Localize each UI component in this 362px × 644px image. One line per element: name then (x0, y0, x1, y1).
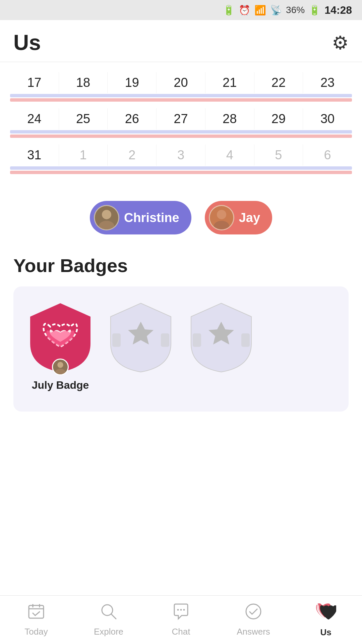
answers-label: Answers (237, 627, 270, 637)
christine-bar (10, 94, 352, 97)
calendar-day[interactable]: 31 (10, 145, 59, 166)
day-number: 5 (275, 148, 282, 162)
nav-today[interactable]: Today (0, 603, 72, 637)
calendar-week-3: 31 1 2 3 4 5 6 (10, 145, 352, 174)
badge-item-locked-2[interactable] (188, 300, 255, 374)
nav-chat[interactable]: Chat (145, 603, 217, 637)
calendar-day[interactable]: 20 (157, 72, 205, 93)
calendar-day[interactable]: 28 (205, 108, 254, 129)
today-icon (27, 603, 45, 624)
day-number: 25 (76, 112, 90, 126)
header: Us ⚙ (0, 20, 362, 62)
svg-rect-12 (29, 605, 44, 618)
badges-title: Your Badges (13, 255, 349, 276)
jay-bar (10, 171, 352, 174)
svg-point-21 (246, 604, 261, 619)
calendar-day[interactable]: 30 (303, 108, 352, 129)
status-bar: 🔋 ⏰ 📶 📡 36% 🔋 14:28 (0, 0, 362, 20)
main-content: Us ⚙ 17 18 19 20 21 (0, 20, 362, 644)
status-icons: 🔋 ⏰ 📶 📡 36% 🔋 14:28 (223, 4, 352, 16)
calendar-day[interactable]: 26 (108, 108, 157, 129)
header-divider (0, 62, 362, 62)
chat-label: Chat (172, 627, 190, 637)
badge-item-locked-1[interactable] (107, 300, 174, 374)
svg-point-18 (177, 609, 179, 611)
day-number: 22 (272, 75, 286, 90)
day-number: 20 (174, 75, 188, 90)
calendar-day[interactable]: 6 (303, 145, 352, 166)
calendar-day[interactable]: 17 (10, 72, 59, 93)
day-number: 30 (320, 112, 335, 126)
day-number: 29 (272, 112, 286, 126)
svg-point-0 (102, 210, 111, 219)
calendar-day[interactable]: 23 (303, 72, 352, 93)
calendar-day[interactable]: 25 (59, 108, 108, 129)
svg-point-3 (214, 221, 229, 230)
badge-item-july[interactable]: July Badge (27, 300, 94, 391)
page-title: Us (13, 30, 41, 55)
svg-point-20 (183, 609, 185, 611)
wifi-icon: 📶 (254, 5, 266, 16)
svg-rect-11 (241, 333, 250, 347)
calendar-day-numbers-row: 17 18 19 20 21 22 23 (10, 72, 352, 93)
day-number: 6 (324, 148, 331, 162)
calendar-day-numbers-row: 31 1 2 3 4 5 6 (10, 145, 352, 166)
christine-pill[interactable]: Christine (90, 201, 191, 234)
calendar-day[interactable]: 27 (157, 108, 205, 129)
us-icon (315, 602, 336, 625)
svg-point-19 (180, 609, 182, 611)
day-number: 31 (27, 148, 41, 162)
explore-icon (100, 603, 117, 624)
today-label: Today (24, 627, 48, 637)
day-number: 24 (27, 112, 41, 126)
jay-name: Jay (239, 211, 260, 225)
day-number: 18 (76, 75, 90, 90)
svg-point-2 (217, 210, 226, 219)
calendar-day[interactable]: 1 (59, 145, 108, 166)
christine-bar (10, 166, 352, 170)
jay-pill[interactable]: Jay (205, 201, 272, 234)
badges-card: July Badge (13, 286, 349, 412)
calendar-day[interactable]: 2 (108, 145, 157, 166)
nav-explore[interactable]: Explore (72, 603, 145, 637)
calendar-day[interactable]: 22 (254, 72, 303, 93)
day-number: 19 (125, 75, 139, 90)
svg-point-5 (55, 369, 65, 374)
calendar-day[interactable]: 29 (254, 108, 303, 129)
badge-user-avatar (52, 359, 69, 375)
status-time: 14:28 (324, 4, 352, 16)
svg-rect-10 (193, 333, 201, 347)
jay-bar (10, 135, 352, 138)
nav-answers[interactable]: Answers (217, 603, 290, 637)
calendar-day[interactable]: 19 (108, 72, 157, 93)
calendar-week-1: 17 18 19 20 21 22 23 (10, 72, 352, 102)
signal-icon: 📡 (270, 5, 282, 16)
battery-save-icon: 🔋 (223, 5, 235, 16)
calendar-day[interactable]: 21 (205, 72, 254, 93)
christine-name: Christine (124, 211, 179, 225)
us-label: Us (320, 627, 331, 638)
day-number: 21 (223, 75, 237, 90)
calendar-day[interactable]: 3 (157, 145, 205, 166)
battery-percent: 36% (286, 5, 305, 15)
day-number: 23 (320, 75, 335, 90)
settings-icon[interactable]: ⚙ (332, 32, 349, 54)
locked-badge-shield-1 (107, 300, 174, 374)
alarm-icon: ⏰ (239, 5, 250, 16)
explore-label: Explore (94, 627, 123, 637)
users-section: Christine Jay (0, 191, 362, 245)
calendar-day[interactable]: 18 (59, 72, 108, 93)
svg-rect-8 (161, 333, 169, 347)
bottom-nav: Today Explore Chat Answ (0, 595, 362, 644)
calendar-day[interactable]: 4 (205, 145, 254, 166)
svg-rect-7 (112, 333, 121, 347)
july-badge-label: July Badge (32, 379, 89, 391)
nav-us[interactable]: Us (290, 602, 362, 638)
day-number: 17 (27, 75, 41, 90)
calendar-day[interactable]: 5 (254, 145, 303, 166)
calendar-day[interactable]: 24 (10, 108, 59, 129)
badges-section: Your Badges (0, 245, 362, 422)
svg-line-17 (111, 614, 116, 619)
svg-point-1 (99, 221, 115, 230)
calendar-day-numbers-row: 24 25 26 27 28 29 30 (10, 108, 352, 129)
